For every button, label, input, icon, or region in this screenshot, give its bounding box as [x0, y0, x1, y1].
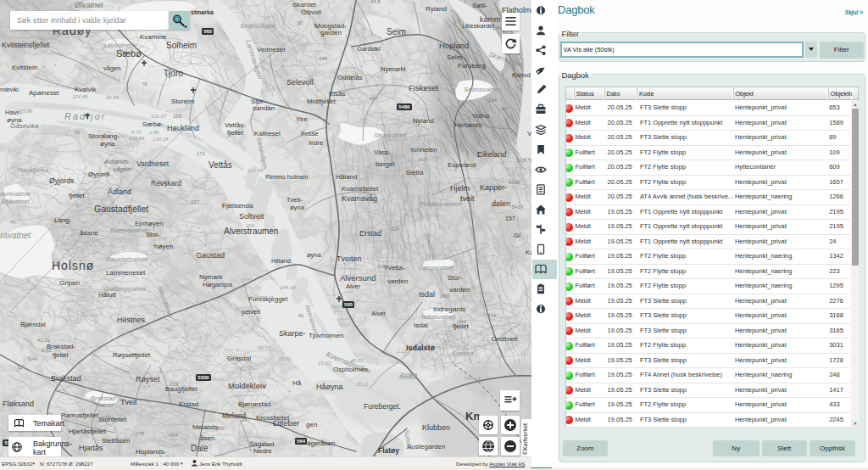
svg-text:20.11: 20.11: [355, 382, 369, 387]
svg-text:45.82: 45.82: [351, 358, 364, 363]
svg-text:Sæbø: Sæbø: [116, 48, 142, 59]
svg-text:Alversund: Alversund: [340, 273, 376, 283]
svg-text:Ryland: Ryland: [426, 5, 447, 13]
svg-text:Gullbergsvatnet: Gullbergsvatnet: [104, 286, 147, 293]
svg-text:høyen: høyen: [154, 243, 173, 250]
svg-text:124.48: 124.48: [72, 94, 88, 99]
svg-text:255: 255: [216, 426, 225, 431]
svg-text:20: 20: [297, 20, 303, 25]
svg-text:Soltveit: Soltveit: [239, 212, 264, 221]
svg-text:Tjoro: Tjoro: [164, 69, 183, 78]
svg-text:Juvika: Juvika: [398, 373, 416, 381]
svg-text:fjellet: fjellet: [227, 129, 243, 137]
svg-text:Ka: Ka: [526, 249, 531, 256]
svg-text:Fløksand: Fløksand: [3, 400, 34, 408]
svg-text:Hauatjørna: Hauatjørna: [17, 166, 48, 174]
svg-text:374: 374: [487, 313, 497, 318]
svg-text:vatnet: vatnet: [96, 401, 114, 409]
svg-text:564: 564: [297, 439, 306, 444]
svg-text:Tveiten: Tveiten: [337, 255, 362, 263]
svg-text:øyna: øyna: [307, 251, 322, 259]
svg-text:Stor-: Stor-: [146, 231, 161, 238]
svg-text:Kvalvik: Kvalvik: [75, 86, 97, 93]
svg-text:øyna: øyna: [100, 140, 115, 148]
svg-text:Nedre: Nedre: [253, 447, 272, 455]
svg-text:Vettås: Vettås: [209, 160, 232, 170]
svg-text:Erstad: Erstad: [179, 400, 198, 408]
svg-text:40.73: 40.73: [258, 345, 271, 350]
svg-text:164.16: 164.16: [280, 285, 296, 290]
svg-text:Oddelås: Oddelås: [337, 74, 363, 81]
svg-text:Furuberg: Furuberg: [458, 62, 485, 70]
svg-text:Grasdal: Grasdal: [227, 355, 251, 362]
svg-text:Gl: Gl: [514, 232, 520, 239]
svg-text:201: 201: [170, 432, 179, 437]
svg-text:94.46: 94.46: [106, 95, 120, 100]
svg-text:Vedneset: Vedneset: [257, 46, 286, 53]
svg-text:stmarka: stmarka: [191, 9, 214, 15]
svg-text:Øyjordi: Øyjordi: [88, 171, 110, 178]
svg-text:Seim: Seim: [447, 53, 463, 61]
svg-text:116.17: 116.17: [151, 114, 167, 119]
svg-text:9.43: 9.43: [28, 356, 38, 361]
svg-text:Indregards: Indregards: [433, 305, 465, 313]
svg-text:Ramusfjellet: Ramusfjellet: [61, 411, 99, 419]
svg-text:Revskard: Revskard: [151, 179, 181, 187]
svg-text:171: 171: [197, 151, 206, 156]
svg-text:18.12: 18.12: [278, 356, 292, 361]
svg-text:Elsås: Elsås: [329, 90, 346, 98]
svg-text:Klubben: Klubben: [422, 423, 450, 432]
svg-text:Stor-: Stor-: [448, 274, 463, 282]
svg-text:Holsnø: Holsnø: [52, 259, 94, 272]
svg-text:Apalneset: Apalneset: [29, 89, 59, 97]
svg-text:Nyland: Nyland: [413, 117, 434, 125]
svg-text:Votno: Votno: [472, 112, 490, 120]
svg-text:Bjørndal: Bjørndal: [20, 321, 46, 328]
svg-text:Kvernavatnet: Kvernavatnet: [110, 227, 148, 234]
svg-text:Gaustadvatnet: Gaustadvatnet: [106, 255, 148, 263]
svg-text:Fosse: Fosse: [301, 130, 318, 137]
svg-text:Isdalstø: Isdalstø: [406, 344, 436, 352]
svg-text:Kvitstein: Kvitstein: [12, 64, 37, 71]
svg-text:Olsvoll: Olsvoll: [301, 8, 321, 16]
svg-text:Midtfjellet: Midtfjellet: [307, 98, 337, 105]
svg-text:Haukland: Haukland: [167, 124, 199, 132]
svg-text:tunnelen: tunnelen: [411, 146, 437, 154]
svg-text:204: 204: [245, 223, 255, 228]
svg-text:Lammeneset: Lammeneset: [106, 269, 146, 277]
svg-text:Dale: Dale: [191, 444, 209, 453]
svg-text:246: 246: [458, 319, 467, 324]
svg-text:gen: gen: [306, 421, 317, 428]
svg-text:Kallneset: Kallneset: [254, 130, 281, 137]
svg-text:8.71: 8.71: [131, 130, 142, 135]
svg-text:vågen: vågen: [113, 165, 131, 173]
svg-text:89: 89: [75, 130, 81, 135]
svg-text:Seimsvatnet: Seimsvatnet: [464, 86, 502, 93]
svg-text:åsane: åsane: [80, 229, 98, 237]
svg-text:151.94: 151.94: [129, 136, 145, 141]
svg-text:Alver: Alver: [371, 310, 387, 317]
svg-text:Alver: Alver: [346, 283, 361, 290]
svg-text:Skarsvågen: Skarsvågen: [240, 22, 276, 30]
svg-text:Hilland: Hilland: [271, 257, 291, 265]
svg-text:Ølvatnet: Ølvatnet: [74, 1, 103, 9]
svg-text:tveit: tveit: [460, 194, 475, 203]
svg-text:garden: garden: [320, 29, 342, 36]
svg-text:Røyset: Røyset: [136, 375, 160, 383]
svg-text:540.13: 540.13: [465, 376, 481, 381]
svg-text:565: 565: [344, 302, 353, 307]
svg-text:Litleskardet: Litleskardet: [462, 22, 495, 30]
svg-text:Storeim: Storeim: [171, 98, 195, 105]
svg-text:173.96: 173.96: [17, 109, 33, 114]
svg-text:196: 196: [377, 264, 387, 269]
svg-text:Lonena: Lonena: [453, 350, 474, 357]
svg-text:Kvamsvåg: Kvamsvåg: [342, 194, 377, 203]
svg-text:Gaustadfjellet: Gaustadfjellet: [94, 204, 148, 214]
svg-text:224: 224: [391, 227, 400, 232]
svg-text:Kvitsteinsfjellet: Kvitsteinsfjellet: [2, 41, 50, 49]
svg-text:Hestnes: Hestnes: [117, 316, 146, 324]
svg-text:23.33: 23.33: [317, 361, 331, 366]
svg-text:avrevatnet: avrevatnet: [0, 190, 31, 198]
svg-text:175: 175: [136, 431, 145, 436]
svg-text:Hjartåsfjellet: Hjartåsfjellet: [69, 428, 107, 435]
